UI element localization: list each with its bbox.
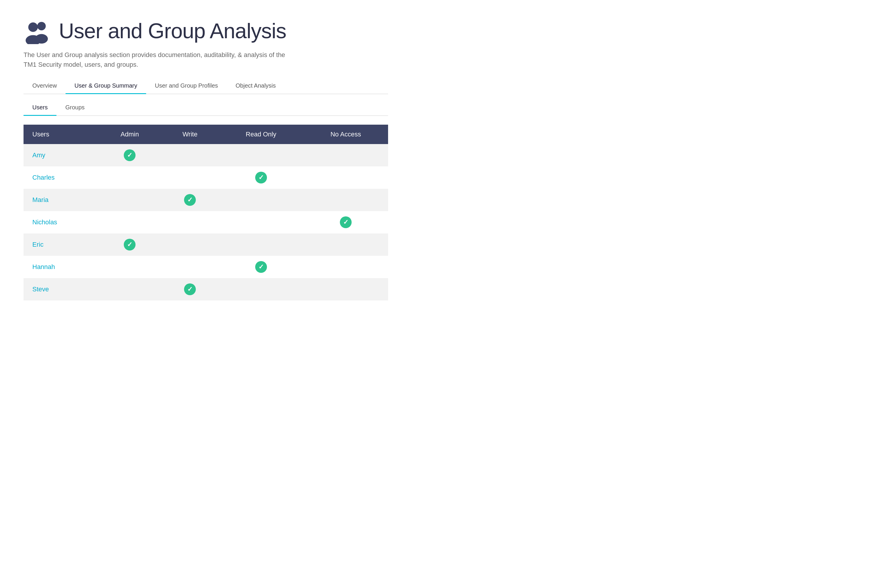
cell-readonly: ✓	[219, 256, 303, 278]
table-row: Maria✓	[24, 189, 388, 211]
check-icon: ✓	[255, 172, 267, 183]
users-table: Users Admin Write Read Only No Access Am…	[24, 124, 388, 300]
check-icon: ✓	[255, 261, 267, 273]
user-name-cell[interactable]: Maria	[24, 189, 98, 211]
page-header: User and Group Analysis	[24, 18, 388, 44]
table-row: Eric✓	[24, 233, 388, 256]
cell-admin	[98, 256, 161, 278]
tab-users[interactable]: Users	[24, 100, 57, 116]
cell-write	[161, 166, 219, 189]
tab-user-group-summary[interactable]: User & Group Summary	[66, 78, 146, 94]
table-row: Charles✓	[24, 166, 388, 189]
col-header-no-access: No Access	[303, 124, 388, 144]
cell-readonly	[219, 233, 303, 256]
cell-write	[161, 144, 219, 166]
cell-noaccess	[303, 256, 388, 278]
cell-readonly	[219, 278, 303, 300]
cell-write	[161, 211, 219, 233]
col-header-admin: Admin	[98, 124, 161, 144]
cell-readonly	[219, 211, 303, 233]
cell-admin	[98, 211, 161, 233]
cell-noaccess	[303, 278, 388, 300]
table-row: Hannah✓	[24, 256, 388, 278]
check-icon: ✓	[184, 284, 196, 295]
user-name-cell[interactable]: Steve	[24, 278, 98, 300]
cell-admin	[98, 189, 161, 211]
cell-admin	[98, 166, 161, 189]
svg-point-2	[28, 22, 38, 32]
cell-readonly	[219, 189, 303, 211]
check-icon: ✓	[124, 239, 135, 250]
primary-tabs: Overview User & Group Summary User and G…	[24, 78, 388, 94]
secondary-tabs: Users Groups	[24, 100, 388, 116]
cell-admin: ✓	[98, 233, 161, 256]
col-header-read-only: Read Only	[219, 124, 303, 144]
cell-noaccess	[303, 144, 388, 166]
tab-object-analysis[interactable]: Object Analysis	[226, 78, 285, 94]
table-row: Nicholas✓	[24, 211, 388, 233]
cell-write	[161, 233, 219, 256]
col-header-users: Users	[24, 124, 98, 144]
cell-write: ✓	[161, 278, 219, 300]
user-name-cell[interactable]: Charles	[24, 166, 98, 189]
svg-point-0	[38, 22, 46, 30]
page-description: The User and Group analysis section prov…	[24, 50, 288, 69]
cell-write: ✓	[161, 189, 219, 211]
cell-admin: ✓	[98, 144, 161, 166]
tab-groups[interactable]: Groups	[57, 100, 93, 116]
tab-user-group-profiles[interactable]: User and Group Profiles	[146, 78, 227, 94]
table-row: Amy✓	[24, 144, 388, 166]
cell-noaccess	[303, 233, 388, 256]
col-header-write: Write	[161, 124, 219, 144]
table-header-row: Users Admin Write Read Only No Access	[24, 124, 388, 144]
page-title: User and Group Analysis	[59, 19, 286, 43]
cell-noaccess	[303, 189, 388, 211]
check-icon: ✓	[340, 216, 352, 228]
cell-write	[161, 256, 219, 278]
cell-admin	[98, 278, 161, 300]
check-icon: ✓	[124, 149, 135, 161]
table-row: Steve✓	[24, 278, 388, 300]
cell-readonly: ✓	[219, 166, 303, 189]
cell-noaccess	[303, 166, 388, 189]
cell-readonly	[219, 144, 303, 166]
cell-noaccess: ✓	[303, 211, 388, 233]
tab-overview[interactable]: Overview	[24, 78, 66, 94]
user-name-cell[interactable]: Amy	[24, 144, 98, 166]
user-name-cell[interactable]: Eric	[24, 233, 98, 256]
users-icon	[24, 18, 50, 44]
check-icon: ✓	[184, 194, 196, 206]
user-name-cell[interactable]: Nicholas	[24, 211, 98, 233]
user-name-cell[interactable]: Hannah	[24, 256, 98, 278]
